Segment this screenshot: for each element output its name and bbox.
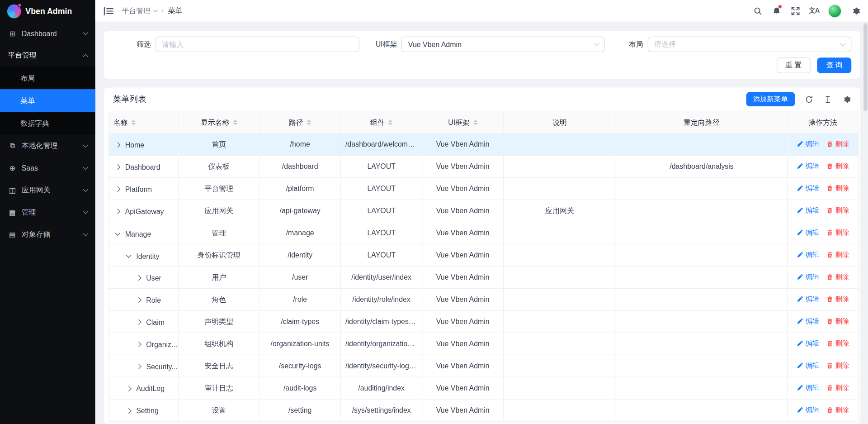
edit-button[interactable]: 编辑 [797,339,819,348]
sidebar-item-localization[interactable]: ⧉本地化管理 [0,135,95,157]
delete-button[interactable]: 删除 [826,162,849,171]
sorter-icon[interactable] [307,119,311,125]
storage-icon: ▤ [8,230,17,238]
delete-button[interactable]: 删除 [826,206,849,215]
expand-node-icon[interactable] [136,297,142,302]
edit-button[interactable]: 编辑 [797,162,819,171]
table-row[interactable]: Security...安全日志/security-logs/identity/s… [109,355,859,377]
table-row[interactable]: Dashboard仪表板/dashboardLAYOUTVue Vben Adm… [109,155,859,177]
edit-button[interactable]: 编辑 [797,206,819,215]
sorter-icon[interactable] [388,119,392,125]
expand-node-icon[interactable] [136,275,142,280]
row-name: Identity [136,252,159,260]
table-row[interactable]: User用户/user/identity/user/indexVue Vben … [109,266,859,288]
delete-button[interactable]: 删除 [826,228,849,238]
expand-node-icon[interactable] [136,341,142,347]
breadcrumb-section[interactable]: 平台管理 [122,6,157,16]
table-row[interactable]: Organiz...组织机构/organization-units/identi… [109,333,859,355]
filter-keyword-input[interactable] [156,37,359,52]
expand-node-icon[interactable] [115,142,120,148]
delete-button[interactable]: 删除 [826,139,849,149]
add-menu-button[interactable]: 添加新菜单 [746,92,795,106]
search-icon[interactable] [753,6,762,15]
sidebar-item-manage[interactable]: ▦管理 [0,201,95,223]
sidebar-item-dashboard[interactable]: ⊞Dashboard [0,22,95,44]
query-button[interactable]: 查 询 [817,57,851,73]
edit-button[interactable]: 编辑 [797,139,819,149]
expand-node-icon[interactable] [126,386,132,391]
edit-button[interactable]: 编辑 [797,272,819,282]
collapse-node-icon[interactable] [126,252,132,257]
edit-button[interactable]: 编辑 [797,228,819,238]
column-header-framework[interactable]: UI框架 [422,111,504,133]
notification-bell-icon[interactable] [772,6,781,15]
fullscreen-icon[interactable] [791,6,800,15]
edit-button[interactable]: 编辑 [797,405,819,415]
table-row[interactable]: Identity身份标识管理/identityLAYOUTVue Vben Ad… [109,244,859,266]
table-row[interactable]: Home首页/home/dashboard/welcome/in...Vue V… [109,133,859,155]
delete-button[interactable]: 删除 [826,295,849,304]
table-row[interactable]: Claim声明类型/claim-types/identity/claim-typ… [109,310,859,333]
layout-select[interactable]: 请选择 [648,37,852,52]
table-settings-gear-icon[interactable] [842,95,851,104]
table-row[interactable]: Role角色/role/identity/role/indexVue Vben … [109,288,859,310]
filter-card: 筛选 UI框架 Vue Vben Admin 布局 请选择 [104,31,860,79]
reset-button[interactable]: 重 置 [777,57,811,73]
sidebar-collapse-icon[interactable] [103,5,114,16]
edit-button[interactable]: 编辑 [797,184,819,193]
expand-node-icon[interactable] [136,319,142,324]
sidebar-subitem-layout[interactable]: 布局 [0,67,95,89]
edit-button[interactable]: 编辑 [797,361,819,371]
sidebar-item-saas[interactable]: ⊕Saas [0,157,95,179]
expand-node-icon[interactable] [115,186,120,191]
refresh-icon[interactable] [804,95,814,104]
cell-redirect [616,377,788,399]
table-row[interactable]: Setting设置/setting/sys/settings/indexVue … [109,399,859,421]
table-row[interactable]: Manage管理/manageLAYOUTVue Vben Admin编辑删除 [109,222,859,244]
table-row[interactable]: ApiGateway应用网关/api-gatewayLAYOUTVue Vben… [109,200,859,222]
expand-node-icon[interactable] [115,208,120,214]
scrollbar-thumb[interactable] [863,23,868,110]
sorter-icon[interactable] [131,119,136,125]
sorter-icon[interactable] [473,119,477,125]
sidebar-item-gateway[interactable]: ◫应用网关 [0,179,95,201]
collapse-node-icon[interactable] [115,230,120,235]
column-header-path[interactable]: 路径 [259,111,341,133]
delete-button[interactable]: 删除 [826,272,849,282]
framework-select[interactable]: Vue Vben Admin [401,37,605,52]
translate-icon[interactable]: 文A [809,6,819,15]
edit-button[interactable]: 编辑 [797,317,819,326]
settings-gear-icon[interactable] [851,6,860,15]
row-height-icon[interactable] [823,95,833,104]
cell-description [504,355,616,377]
delete-button[interactable]: 删除 [826,361,849,371]
delete-button[interactable]: 删除 [826,383,849,393]
column-header-display-name[interactable]: 显示名称 [179,111,259,133]
panel-title: 菜单列表 [113,94,146,105]
delete-button[interactable]: 删除 [826,339,849,348]
logo[interactable]: Vben Admin [0,0,95,22]
sorter-icon[interactable] [233,119,237,125]
edit-button[interactable]: 编辑 [797,383,819,393]
delete-button[interactable]: 删除 [826,250,849,260]
breadcrumb: 平台管理 / 菜单 [122,6,182,16]
edit-button[interactable]: 编辑 [797,250,819,260]
avatar[interactable] [828,4,841,17]
sidebar-item-storage[interactable]: ▤对象存储 [0,223,95,245]
delete-button[interactable]: 删除 [826,184,849,193]
column-header-name[interactable]: 名称 [109,111,179,133]
sidebar-subitem-dictionary[interactable]: 数据字典 [0,112,95,134]
delete-button[interactable]: 删除 [826,317,849,326]
cell-actions: 编辑删除 [788,200,859,222]
vertical-scrollbar[interactable] [863,22,868,424]
column-header-component[interactable]: 组件 [341,111,422,133]
delete-button[interactable]: 删除 [826,405,849,415]
expand-node-icon[interactable] [136,363,142,369]
table-row[interactable]: Platform平台管理/platformLAYOUTVue Vben Admi… [109,177,859,200]
edit-button[interactable]: 编辑 [797,295,819,304]
expand-node-icon[interactable] [115,164,120,170]
expand-node-icon[interactable] [126,408,132,413]
table-row[interactable]: AuditLog审计日志/audit-logs/auditing/indexVu… [109,377,859,399]
sidebar-subitem-menu[interactable]: 菜单 [0,89,95,112]
sidebar-item-platform[interactable]: 平台管理 [0,44,95,67]
